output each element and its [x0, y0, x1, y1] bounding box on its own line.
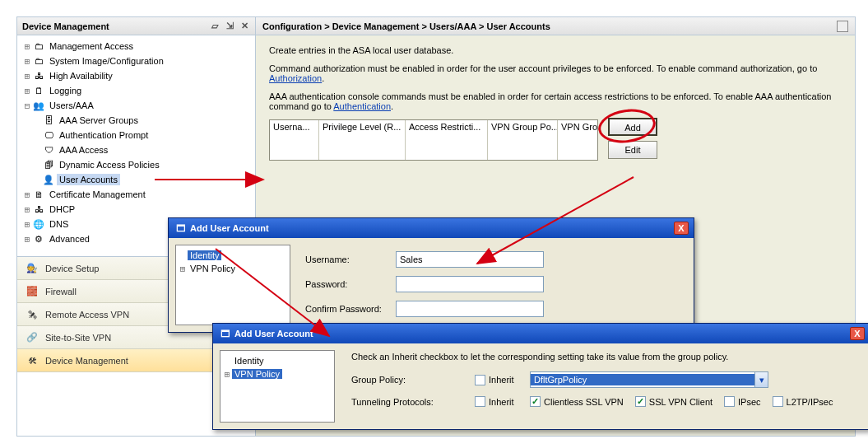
expander-icon[interactable]: ⊞ — [22, 41, 32, 52]
panel-title-text: Device Management — [22, 21, 209, 31]
col-vpn-group-policy[interactable]: VPN Group Po... — [488, 120, 558, 160]
dialog-title-text: Add User Account — [234, 329, 313, 339]
site-vpn-icon: 🔗 — [24, 329, 40, 346]
dialog-nav-tree[interactable]: Identity ⊞VPN Policy — [220, 350, 335, 423]
password-label: Password: — [305, 279, 396, 289]
dlg-tree-vpn-policy[interactable]: ⊞VPN Policy — [222, 367, 332, 381]
expander-icon[interactable]: ⊞ — [22, 234, 32, 245]
username-label: Username: — [305, 255, 396, 264]
chevron-down-icon[interactable]: ▾ — [754, 372, 768, 387]
cert-icon: 🗎 — [32, 189, 45, 200]
user-accounts-icon: 👤 — [42, 174, 55, 185]
folder-icon: 🗀 — [32, 40, 45, 52]
close-icon[interactable]: X — [674, 222, 689, 235]
edit-button[interactable]: Edit — [608, 141, 657, 159]
tree-item-users-aaa[interactable]: ⊟👥Users/AAA — [17, 98, 255, 113]
device-mgmt-icon: 🛠 — [24, 353, 40, 369]
authentication-hint: AAA authentication console commands must… — [269, 91, 842, 111]
clientless-label: Clientless SSL VPN — [544, 397, 624, 407]
col-username[interactable]: Userna... — [270, 120, 319, 160]
breadcrumb: Configuration > Device Management > User… — [256, 17, 855, 35]
authorization-hint: Command authorization must be enabled in… — [269, 63, 842, 83]
col-vpn-group-lock[interactable]: VPN Group L... — [558, 120, 597, 160]
expander-icon[interactable]: ⊟ — [22, 100, 32, 111]
folder-icon: 🗀 — [32, 55, 45, 67]
vpn-policy-desc: Check an Inherit checkbox to let the cor… — [351, 352, 860, 362]
expander-icon[interactable]: ⊞ — [22, 219, 32, 230]
tree-item-aaa-server-groups[interactable]: 🗄AAA Server Groups — [17, 113, 255, 128]
l2tp-label: L2TP/IPsec — [787, 397, 833, 407]
close-icon[interactable]: X — [850, 327, 865, 340]
group-policy-label: Group Policy: — [351, 375, 475, 385]
tree-item-high-availability[interactable]: ⊞🖧High Availability — [17, 68, 255, 83]
group-policy-combo[interactable]: DfltGrpPolicy ▾ — [530, 371, 768, 388]
expander-icon[interactable]: ⊞ — [222, 369, 232, 380]
prompt-icon: 🖵 — [42, 129, 55, 141]
add-user-dialog-identity: 🗔 Add User Account X Identity ⊞VPN Polic… — [168, 217, 694, 333]
tree-item-user-accounts[interactable]: 👤User Accounts — [17, 172, 255, 187]
dialog-title-bar[interactable]: 🗔 Add User Account X — [169, 218, 694, 238]
confirm-password-label: Confirm Password: — [305, 304, 396, 314]
dialog-title-bar[interactable]: 🗔 Add User Account X — [213, 324, 868, 343]
tree-item-auth-prompt[interactable]: 🖵Authentication Prompt — [17, 128, 255, 142]
device-setup-icon: 🧑‍🔧 — [24, 260, 40, 277]
dialog-icon: 🗔 — [174, 222, 187, 235]
l2tp-ipsec-checkbox[interactable] — [773, 396, 783, 407]
dialog-nav-tree[interactable]: Identity ⊞VPN Policy — [175, 245, 290, 325]
col-privilege[interactable]: Privilege Level (R... — [319, 120, 406, 160]
group-policy-inherit-checkbox[interactable] — [475, 375, 485, 385]
tunneling-inherit-checkbox[interactable] — [475, 396, 485, 407]
expander-icon[interactable]: ⊞ — [22, 86, 32, 96]
tree-item-dhcp[interactable]: ⊞🖧DHCP — [17, 202, 255, 217]
breadcrumb-text: Configuration > Device Management > User… — [262, 21, 550, 31]
inherit-label: Inherit — [489, 375, 530, 385]
add-button[interactable]: Add — [608, 118, 657, 136]
tree-item-aaa-access[interactable]: 🛡AAA Access — [17, 142, 255, 157]
tree-item-cert-management[interactable]: ⊞🗎Certificate Management — [17, 187, 255, 202]
ipsec-checkbox[interactable] — [724, 396, 735, 407]
dlg-tree-identity[interactable]: Identity — [178, 249, 288, 262]
restore-icon[interactable]: ▱ — [209, 21, 220, 31]
users-icon: 👥 — [32, 100, 45, 111]
tunneling-label: Tunneling Protocols: — [351, 397, 475, 407]
tree-item-management-access[interactable]: ⊞🗀Management Access — [17, 39, 255, 54]
tree-item-system-image[interactable]: ⊞🗀System Image/Configuration — [17, 54, 255, 68]
dlg-tree-identity[interactable]: Identity — [222, 354, 332, 367]
dhcp-icon: 🖧 — [32, 203, 45, 215]
close-icon[interactable]: ✕ — [239, 21, 250, 31]
username-input[interactable] — [396, 251, 544, 268]
confirm-password-input[interactable] — [396, 301, 544, 317]
maximize-icon[interactable] — [837, 21, 848, 32]
col-access-restrict[interactable]: Access Restricti... — [406, 120, 488, 160]
clientless-ssl-checkbox[interactable] — [530, 396, 541, 407]
ssl-vpn-client-checkbox[interactable] — [635, 396, 646, 407]
expander-icon[interactable]: ⊞ — [178, 264, 188, 274]
expander-icon[interactable]: ⊞ — [22, 56, 32, 67]
users-table[interactable]: Userna... Privilege Level (R... Access R… — [269, 119, 598, 161]
left-panel-title: Device Management ▱ ⇲ ✕ — [17, 17, 255, 35]
policy-icon: 🗐 — [42, 159, 55, 170]
tree-item-dynamic-access[interactable]: 🗐Dynamic Access Policies — [17, 157, 255, 172]
group-policy-value: DfltGrpPolicy — [531, 374, 754, 385]
authentication-link[interactable]: Authentication — [333, 101, 391, 111]
dlg-tree-vpn-policy[interactable]: ⊞VPN Policy — [178, 262, 288, 275]
dns-icon: 🌐 — [32, 218, 45, 230]
authorization-link[interactable]: Authorization — [269, 73, 322, 83]
access-icon: 🛡 — [42, 144, 55, 156]
intro-text: Create entries in the ASA local user dat… — [269, 45, 842, 55]
remote-vpn-icon: 🛰 — [24, 306, 40, 323]
inherit-label: Inherit — [489, 397, 530, 407]
expander-icon[interactable]: ⊞ — [22, 189, 32, 200]
ha-icon: 🖧 — [32, 70, 45, 82]
expander-icon[interactable]: ⊞ — [22, 204, 32, 215]
expander-icon[interactable]: ⊞ — [22, 71, 32, 82]
server-icon: 🗄 — [42, 114, 55, 126]
pin-icon[interactable]: ⇲ — [224, 21, 235, 31]
advanced-icon: ⚙ — [32, 233, 45, 245]
add-user-dialog-vpn-policy: 🗔 Add User Account X Identity ⊞VPN Polic… — [212, 323, 868, 430]
tree-item-logging[interactable]: ⊞🗒Logging — [17, 83, 255, 98]
dialog-title-text: Add User Account — [190, 223, 269, 233]
firewall-icon: 🧱 — [24, 283, 40, 300]
password-input[interactable] — [396, 276, 544, 292]
dialog-icon: 🗔 — [218, 327, 231, 340]
